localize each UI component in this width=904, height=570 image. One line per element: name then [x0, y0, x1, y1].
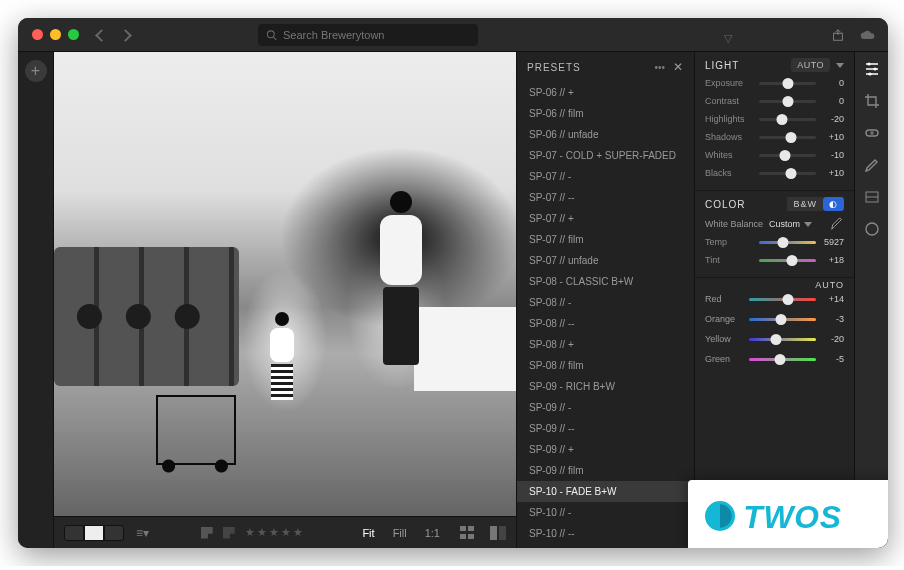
slider-value: +10 [820, 168, 844, 178]
presets-close-icon[interactable]: ✕ [673, 60, 684, 74]
preset-item[interactable]: SP-06 // unfade [517, 124, 694, 145]
exposure-slider[interactable] [759, 82, 816, 85]
grid-view-button[interactable] [64, 525, 84, 541]
search-box[interactable] [258, 24, 478, 46]
crop-icon[interactable] [863, 92, 881, 110]
preset-item[interactable]: SP-10 // - [517, 502, 694, 523]
preset-item[interactable]: SP-06 // + [517, 82, 694, 103]
preset-item[interactable]: SP-06 // film [517, 103, 694, 124]
slider-value: -20 [820, 114, 844, 124]
eyedropper-icon[interactable] [830, 217, 844, 231]
light-auto-button[interactable]: AUTO [791, 58, 830, 72]
preset-item[interactable]: SP-08 - CLASSIC B+W [517, 271, 694, 292]
scene-adult-figure [377, 191, 425, 371]
traffic-lights [32, 29, 79, 40]
preset-item[interactable]: SP-07 - COLD + SUPER-FADED [517, 145, 694, 166]
temp-value: 5927 [820, 237, 844, 247]
search-input[interactable] [283, 29, 470, 41]
add-photo-button[interactable]: + [25, 60, 47, 82]
photo-canvas[interactable] [54, 52, 516, 516]
preset-item[interactable]: SP-10 // -- [517, 523, 694, 544]
filter-icon[interactable] [724, 28, 738, 42]
nav-back-icon[interactable] [97, 28, 111, 42]
linear-gradient-icon[interactable] [863, 188, 881, 206]
svg-point-5 [868, 72, 871, 75]
slider-label: Shadows [705, 132, 755, 142]
sliders-icon[interactable] [863, 60, 881, 78]
color-mode-button[interactable]: ◐ [823, 197, 844, 211]
light-section: LIGHT AUTO Exposure0Contrast0Highlights-… [695, 52, 854, 191]
preset-item[interactable]: SP-07 // unfade [517, 250, 694, 271]
single-view-button[interactable] [84, 525, 104, 541]
preset-item[interactable]: SP-09 // -- [517, 418, 694, 439]
sort-icon[interactable]: ≡▾ [136, 526, 149, 540]
preset-item[interactable]: SP-07 // + [517, 208, 694, 229]
canvas-area: ≡▾ ★★★★★ Fit Fill 1:1 [54, 52, 516, 548]
preset-item[interactable]: SP-08 // film [517, 355, 694, 376]
preset-item[interactable]: SP-07 // -- [517, 187, 694, 208]
preset-item[interactable]: SP-09 // + [517, 439, 694, 460]
tint-slider[interactable] [759, 259, 816, 262]
window-minimize-button[interactable] [50, 29, 61, 40]
window-close-button[interactable] [32, 29, 43, 40]
temp-label: Temp [705, 237, 755, 247]
view-mode-switch[interactable] [64, 525, 124, 541]
bw-mode-button[interactable]: B&W [787, 197, 823, 211]
preset-item[interactable]: SP-10 - FADE B+W [517, 481, 694, 502]
nav-forward-icon[interactable] [121, 28, 135, 42]
color-channel-value: -20 [820, 334, 844, 344]
white-balance-dropdown[interactable]: Custom [769, 219, 812, 229]
flag-reject-icon[interactable] [223, 527, 235, 539]
svg-point-0 [267, 30, 274, 37]
right-toolstrip [854, 52, 888, 548]
main-body: + [18, 52, 888, 548]
overlay-logo: TWOS [688, 480, 888, 548]
star-rating[interactable]: ★★★★★ [245, 526, 305, 539]
radial-gradient-icon[interactable] [863, 220, 881, 238]
presets-more-icon[interactable]: ••• [654, 62, 665, 73]
window-fullscreen-button[interactable] [68, 29, 79, 40]
preset-item[interactable]: SP-10 // + [517, 544, 694, 548]
preset-item[interactable]: SP-07 // film [517, 229, 694, 250]
svg-point-4 [873, 67, 876, 70]
preset-item[interactable]: SP-08 // -- [517, 313, 694, 334]
zoom-1to1-button[interactable]: 1:1 [419, 525, 446, 541]
zoom-fill-button[interactable]: Fill [387, 525, 413, 541]
zoom-group: Fit Fill 1:1 [356, 525, 506, 541]
red-slider[interactable] [749, 298, 816, 301]
search-icon [266, 29, 277, 41]
green-slider[interactable] [749, 358, 816, 361]
preset-item[interactable]: SP-08 // - [517, 292, 694, 313]
blacks-slider[interactable] [759, 172, 816, 175]
yellow-slider[interactable] [749, 338, 816, 341]
preset-item[interactable]: SP-09 // - [517, 397, 694, 418]
svg-point-11 [866, 223, 878, 235]
brush-icon[interactable] [863, 156, 881, 174]
highlights-slider[interactable] [759, 118, 816, 121]
scene-counter [414, 307, 516, 391]
flag-pick-icon[interactable] [201, 527, 213, 539]
shadows-slider[interactable] [759, 136, 816, 139]
filmstrip-icon[interactable] [460, 526, 476, 540]
presets-title: PRESETS [527, 62, 581, 73]
presets-panel: PRESETS ••• ✕ SP-06 // +SP-06 // filmSP-… [516, 52, 694, 548]
share-icon[interactable] [830, 28, 844, 42]
slider-value: 0 [820, 78, 844, 88]
cloud-sync-icon[interactable] [860, 28, 874, 42]
preset-item[interactable]: SP-08 // + [517, 334, 694, 355]
zoom-fit-button[interactable]: Fit [356, 525, 380, 541]
detail-view-button[interactable] [104, 525, 124, 541]
light-collapse-icon[interactable] [836, 63, 844, 68]
preset-item[interactable]: SP-09 - RICH B+W [517, 376, 694, 397]
orange-slider[interactable] [749, 318, 816, 321]
color-mixer-auto-button[interactable]: AUTO [815, 280, 844, 290]
temp-slider[interactable] [759, 241, 816, 244]
contrast-slider[interactable] [759, 100, 816, 103]
color-channel-value: -3 [820, 314, 844, 324]
whites-slider[interactable] [759, 154, 816, 157]
preset-item[interactable]: SP-07 // - [517, 166, 694, 187]
heal-icon[interactable] [863, 124, 881, 142]
preset-item[interactable]: SP-09 // film [517, 460, 694, 481]
scene-child-figure [267, 312, 297, 402]
before-after-icon[interactable] [490, 526, 506, 540]
